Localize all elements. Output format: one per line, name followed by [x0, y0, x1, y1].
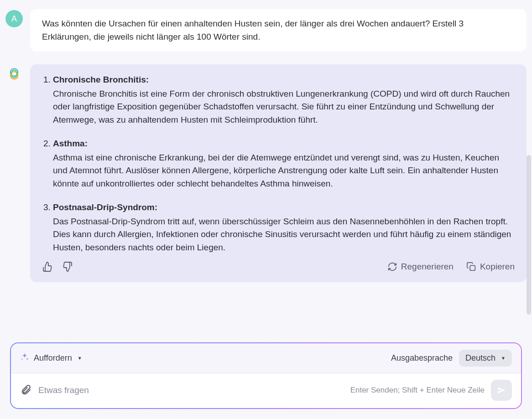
input-panel: Auffordern ▼ Ausgabesprache Deutsch ▼ En…: [10, 342, 522, 409]
user-avatar: A: [5, 10, 23, 27]
answer-item: Chronische Bronchitis: Chronische Bronch…: [53, 73, 515, 126]
user-message-bubble: Was könnten die Ursachen für einen anhal…: [30, 9, 527, 52]
sparkle-icon: [20, 352, 29, 364]
chevron-down-icon: ▼: [78, 356, 82, 361]
answer-title: Chronische Bronchitis:: [53, 75, 149, 84]
assistant-message-bubble: Chronische Bronchitis: Chronische Bronch…: [30, 64, 527, 282]
copy-button[interactable]: Kopieren: [466, 262, 515, 272]
output-language-label: Ausgabesprache: [391, 353, 453, 363]
attach-button[interactable]: [20, 384, 32, 397]
bot-logo-icon: [8, 68, 20, 80]
copy-icon: [466, 262, 476, 272]
answer-item: Postnasal-Drip-Syndrom: Das Postnasal-Dr…: [53, 201, 515, 254]
copy-label: Kopieren: [480, 262, 515, 272]
user-message-row: A Was könnten die Ursachen für einen anh…: [5, 9, 527, 52]
thumbs-up-icon: [42, 261, 53, 272]
assistant-action-row: Regenerieren Kopieren: [42, 261, 515, 272]
chevron-down-icon: ▼: [501, 356, 506, 361]
assistant-avatar: [5, 65, 23, 83]
regenerate-icon: [387, 262, 397, 272]
input-hint: Enter Senden; Shift + Enter Neue Zeile: [350, 386, 485, 395]
thumbs-down-icon: [62, 261, 73, 272]
send-button[interactable]: [491, 380, 512, 401]
thumbs-up-button[interactable]: [42, 261, 53, 272]
answer-item: Asthma: Asthma ist eine chronische Erkra…: [53, 137, 515, 190]
paperclip-icon: [20, 384, 32, 396]
answer-title: Postnasal-Drip-Syndrom:: [53, 202, 157, 212]
mode-selector[interactable]: Auffordern ▼: [20, 352, 82, 364]
regenerate-button[interactable]: Regenerieren: [387, 262, 454, 272]
language-area: Ausgabesprache Deutsch ▼: [391, 350, 512, 367]
input-top-bar: Auffordern ▼ Ausgabesprache Deutsch ▼: [11, 343, 521, 373]
answer-body: Chronische Bronchitis ist eine Form der …: [53, 88, 515, 127]
regenerate-label: Regenerieren: [401, 262, 454, 272]
thumbs-down-button[interactable]: [62, 261, 73, 272]
output-language-value: Deutsch: [465, 353, 495, 363]
page-scrollbar[interactable]: [527, 155, 531, 315]
mode-label: Auffordern: [34, 353, 72, 363]
chat-input[interactable]: [38, 385, 344, 395]
answer-body: Asthma ist eine chronische Erkrankung, b…: [53, 151, 515, 191]
svg-rect-0: [470, 265, 475, 270]
output-language-select[interactable]: Deutsch ▼: [459, 350, 512, 367]
answer-body: Das Postnasal-Drip-Syndrom tritt auf, we…: [53, 215, 515, 254]
answer-title: Asthma:: [53, 139, 88, 148]
input-bottom-bar: Enter Senden; Shift + Enter Neue Zeile: [11, 373, 521, 408]
answer-list: Chronische Bronchitis: Chronische Bronch…: [42, 73, 515, 254]
send-icon: [496, 385, 506, 395]
right-actions: Regenerieren Kopieren: [387, 262, 515, 272]
feedback-group: [42, 261, 73, 272]
assistant-message-row: Chronische Bronchitis: Chronische Bronch…: [5, 64, 527, 282]
